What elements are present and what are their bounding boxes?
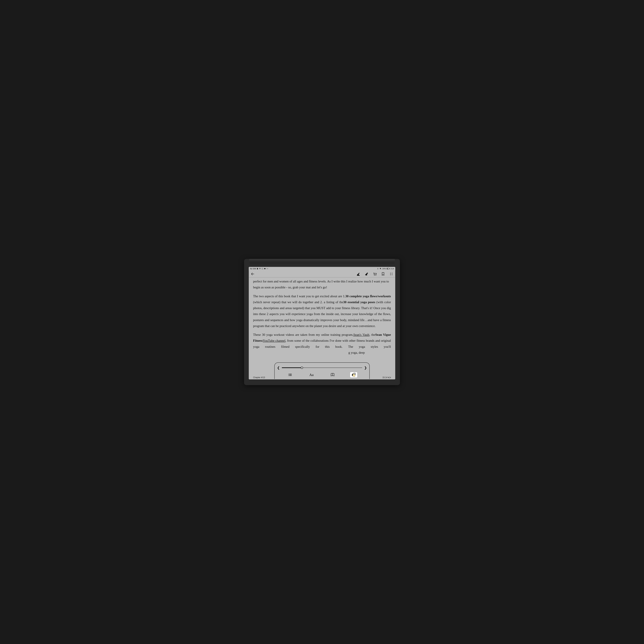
screen: No SIM <box>249 267 395 379</box>
more-menu-button[interactable] <box>389 272 393 276</box>
status-bar: No SIM <box>249 267 395 270</box>
font-settings-button[interactable]: Aa <box>308 372 315 378</box>
status-left: No SIM <box>250 268 268 270</box>
pen-tool-button[interactable] <box>356 272 361 276</box>
toc-button[interactable] <box>287 372 294 378</box>
bookmark-button[interactable] <box>381 272 385 276</box>
next-page-button[interactable]: ❯ <box>364 366 367 370</box>
battery-small-icon <box>388 377 391 378</box>
reading-view-button[interactable] <box>329 372 336 378</box>
svg-point-11 <box>390 273 391 273</box>
link-seans-vault[interactable]: Sean's Vault <box>353 333 369 336</box>
cloud-icon <box>264 268 266 270</box>
shop-button[interactable] <box>373 272 377 276</box>
svg-rect-8 <box>389 268 390 269</box>
svg-point-10 <box>376 275 376 276</box>
chevron-up-icon <box>356 273 360 277</box>
battery-icon <box>387 268 390 269</box>
sim-card-icon <box>257 268 258 270</box>
prev-page-button[interactable]: ❮ <box>277 366 280 370</box>
slider-thumb[interactable] <box>301 367 303 369</box>
svg-rect-16 <box>389 377 389 378</box>
progress-slider[interactable] <box>282 366 362 369</box>
paragraph-1: perfect for men and women of all ages an… <box>253 278 391 290</box>
svg-point-13 <box>390 274 391 275</box>
clock: 3:14 <box>391 268 394 270</box>
svg-point-14 <box>392 274 392 275</box>
translate-button[interactable]: 文A <box>350 372 357 378</box>
battery-percent: 24% <box>382 268 386 270</box>
bluetooth-icon <box>377 268 379 270</box>
mute-icon <box>379 268 382 270</box>
reading-progress: 15:14 <box>382 376 391 379</box>
svg-rect-7 <box>387 268 387 269</box>
status-right: 24% 3:14 <box>377 268 394 270</box>
progress-slider-row: ❮ ❯ <box>275 363 369 371</box>
cursor-hand-icon <box>352 373 356 378</box>
eraser-button[interactable] <box>364 272 369 276</box>
reader-toolbar <box>249 270 395 277</box>
svg-point-4 <box>267 269 268 269</box>
device-hinge <box>249 259 395 264</box>
svg-point-22 <box>288 375 289 375</box>
svg-point-9 <box>374 275 375 276</box>
device-frame: No SIM <box>244 259 400 385</box>
svg-point-2 <box>260 269 260 269</box>
hotspot-icon <box>266 268 268 270</box>
book-sync-icon <box>261 268 263 270</box>
back-button[interactable] <box>251 272 255 276</box>
paragraph-2: The two aspects of this book that I want… <box>253 293 391 329</box>
wifi-icon <box>259 268 261 270</box>
link-youtube-channel[interactable]: YouTube channel <box>263 339 285 342</box>
svg-rect-0 <box>257 268 258 269</box>
svg-point-23 <box>288 375 289 376</box>
chapter-indicator: Chapter 4/13 <box>253 376 265 379</box>
reader-control-panel: ❮ ❯ Aa 文A <box>274 362 370 379</box>
paragraph-3: These 30 yoga workout videos are taken f… <box>253 332 391 356</box>
svg-rect-3 <box>262 268 263 269</box>
svg-point-21 <box>288 374 289 374</box>
sim-status: No SIM <box>250 268 256 270</box>
svg-point-12 <box>392 273 392 273</box>
